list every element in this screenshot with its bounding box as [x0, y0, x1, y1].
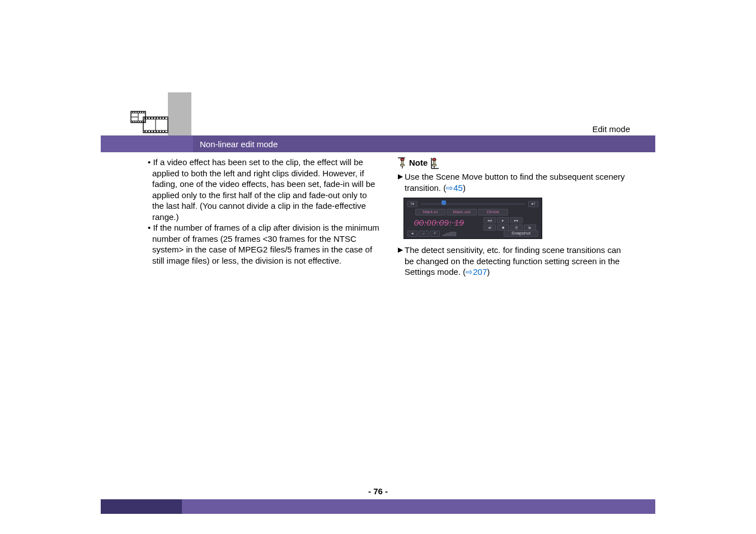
timeline-track	[420, 202, 526, 206]
svg-rect-13	[141, 121, 142, 123]
svg-rect-34	[161, 131, 162, 132]
playhead-icon	[442, 200, 446, 205]
left-column: • If a video effect has been set to the …	[148, 157, 380, 278]
svg-rect-28	[144, 131, 145, 132]
header: Edit mode Non-linear edit mode	[0, 0, 756, 148]
svg-rect-29	[147, 131, 148, 132]
page-number: - 76 -	[0, 486, 756, 496]
section-title: Non-linear edit mode	[193, 135, 655, 152]
svg-rect-21	[147, 118, 148, 119]
note-item-1: ▶ Use the Scene Move button to find the …	[398, 171, 630, 193]
svg-rect-24	[156, 118, 157, 119]
svg-rect-32	[156, 131, 157, 132]
play-icon: ▸	[497, 217, 509, 223]
plus-icon: +	[430, 231, 440, 237]
note1-pre: Use the Scene Move button to find the su…	[405, 172, 625, 193]
svg-rect-9	[132, 121, 133, 123]
svg-rect-35	[164, 131, 165, 132]
note-item-2: ▶ The detect sensitivity, etc. for findi…	[398, 245, 630, 278]
svg-rect-25	[158, 118, 159, 119]
divide-button: Divide	[478, 209, 508, 216]
svg-rect-31	[153, 131, 154, 132]
timecode-display: 00:00:09: 19	[414, 217, 464, 228]
skip-start-icon: I◂	[407, 201, 417, 207]
svg-rect-12	[139, 121, 140, 123]
mark-in-button: Mark-in	[415, 209, 445, 216]
svg-rect-33	[158, 131, 159, 132]
svg-rect-30	[150, 131, 151, 132]
audio-waveform	[441, 231, 503, 236]
svg-rect-5	[137, 112, 138, 113]
forward-icon: ▸▸	[510, 217, 523, 223]
svg-rect-26	[161, 118, 162, 119]
minus-icon: –	[419, 231, 429, 237]
note2-pre: The detect sensitivity, etc. for finding…	[405, 245, 621, 277]
triangle-icon: ▶	[398, 245, 403, 255]
pin-icon	[398, 157, 407, 169]
content: • If a video effect has been set to the …	[148, 157, 630, 278]
transport-controls: ◂◂ ▸ ▸▸ ◂I ■ II I▸	[483, 217, 536, 231]
svg-rect-23	[153, 118, 154, 119]
svg-rect-39	[402, 161, 403, 165]
ui-screenshot: I◂ ▸I Mark-in Mark-out Divide 00:00:09: …	[403, 198, 542, 239]
rewind-icon: ◂◂	[483, 217, 496, 223]
screenshot-timeline-row: I◂ ▸I	[407, 200, 538, 207]
nudge-left-icon: ◂	[407, 231, 417, 237]
svg-rect-44	[433, 165, 436, 166]
note1-post: )	[463, 183, 466, 193]
gray-block	[168, 92, 191, 136]
footer	[101, 499, 655, 514]
section-banner: Non-linear edit mode	[101, 135, 655, 152]
svg-rect-11	[137, 121, 138, 123]
screenshot-bottom-row: ◂ – + Snapshot	[407, 230, 538, 237]
note-label: Note	[409, 157, 428, 168]
link-45[interactable]: ⇨45	[446, 183, 463, 193]
page: Edit mode Non-linear edit mode • If a vi…	[0, 0, 756, 534]
svg-rect-22	[150, 118, 151, 119]
snapshot-button: Snapshot	[504, 230, 538, 237]
svg-rect-7	[141, 112, 142, 113]
svg-rect-27	[164, 118, 165, 119]
svg-rect-40	[401, 165, 405, 166]
footer-dark-block	[101, 499, 182, 514]
screenshot-label-row: Mark-in Mark-out Divide	[415, 209, 508, 216]
edit-mode-label: Edit mode	[592, 124, 630, 134]
note2-post: )	[487, 267, 490, 277]
note-item-1-text: Use the Scene Move button to find the su…	[405, 171, 630, 193]
link-207[interactable]: ⇨207	[466, 267, 487, 277]
svg-rect-3	[132, 112, 133, 113]
left-para-1: • If a video effect has been set to the …	[148, 157, 380, 222]
svg-rect-20	[144, 118, 145, 119]
svg-rect-8	[143, 112, 144, 113]
note-header: Note	[398, 157, 630, 169]
left-para-2: • If the number of frames of a clip afte…	[148, 222, 380, 266]
film-strip-icon	[130, 109, 169, 134]
right-column: Note ▶ Use the Scene Move button to find…	[398, 157, 630, 278]
svg-rect-4	[134, 112, 135, 113]
footer-light-block	[182, 499, 655, 514]
svg-rect-6	[139, 112, 140, 113]
note-item-2-text: The detect sensitivity, etc. for finding…	[405, 245, 630, 278]
pin-icon	[430, 157, 439, 169]
skip-end-icon: ▸I	[528, 201, 538, 207]
triangle-icon: ▶	[398, 171, 403, 181]
svg-rect-43	[434, 161, 435, 165]
mark-out-button: Mark-out	[447, 209, 477, 216]
svg-rect-10	[134, 121, 135, 123]
